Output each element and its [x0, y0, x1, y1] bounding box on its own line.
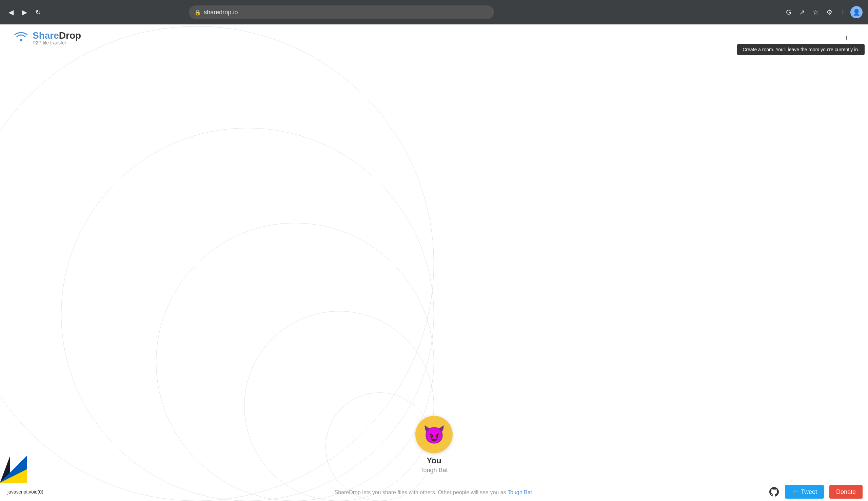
nav-buttons: ◀ ▶ ↻ [6, 7, 43, 18]
tweet-button[interactable]: 🐦 Tweet [785, 485, 824, 499]
svg-point-0 [20, 39, 22, 41]
flag-corner [0, 456, 27, 483]
bottom-bar: javascript:void(0) 🐦 Tweet Donate [0, 483, 868, 501]
star-icon[interactable]: ☆ [810, 6, 822, 18]
user-node[interactable]: 😈 You Tough Bat [415, 416, 453, 474]
more-icon[interactable]: ⋮ [837, 6, 849, 18]
forward-button[interactable]: ▶ [19, 7, 30, 18]
add-room-button[interactable]: + [838, 30, 855, 46]
logo: ShareDrop P2P file transfer [13, 29, 81, 47]
status-bar-text: javascript:void(0) [6, 489, 45, 495]
extensions-icon[interactable]: ⚙ [823, 6, 835, 18]
flag-yellow-stripe [0, 469, 27, 483]
avatar: 😈 [415, 416, 453, 453]
header-actions: + [838, 30, 855, 46]
refresh-button[interactable]: ↻ [33, 7, 43, 18]
share-icon[interactable]: ↗ [796, 6, 808, 18]
bottom-bar-right: 🐦 Tweet Donate [769, 485, 862, 499]
address-bar[interactable]: 🔒 sharedrop.io [189, 6, 494, 19]
github-link[interactable] [769, 487, 780, 497]
user-label-you: You [426, 456, 442, 465]
url-text: sharedrop.io [204, 9, 238, 16]
back-button[interactable]: ◀ [6, 7, 16, 18]
logo-text: ShareDrop P2P file transfer [33, 31, 81, 45]
google-icon[interactable]: G [783, 6, 795, 18]
donate-button[interactable]: Donate [829, 485, 862, 499]
logo-name: ShareDrop [33, 31, 81, 40]
browser-chrome: ◀ ▶ ↻ 🔒 sharedrop.io G ↗ ☆ ⚙ ⋮ 👤 [0, 0, 868, 24]
user-label-name: Tough Bat [420, 467, 447, 474]
toolbar-right: G ↗ ☆ ⚙ ⋮ 👤 [783, 6, 862, 18]
logo-wifi-icon [13, 29, 29, 47]
radar-container: 😈 You Tough Bat [163, 94, 705, 501]
page: ShareDrop P2P file transfer + Create a r… [0, 24, 868, 501]
lock-icon: 🔒 [194, 9, 201, 15]
profile-icon[interactable]: 👤 [850, 6, 862, 18]
tooltip: Create a room. You'll leave the room you… [737, 44, 865, 55]
logo-subtitle: P2P file transfer [33, 40, 81, 45]
avatar-emoji: 😈 [423, 424, 445, 445]
